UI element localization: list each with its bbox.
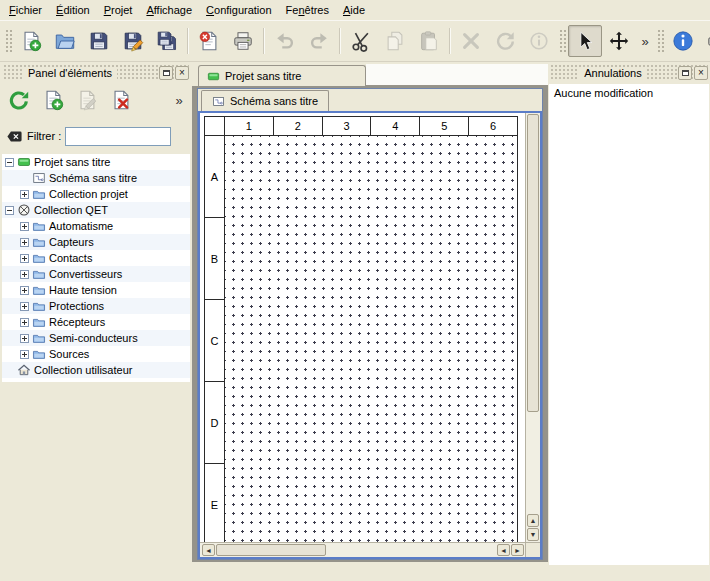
new-element-button[interactable]	[38, 85, 68, 115]
folder-icon	[32, 299, 46, 313]
horizontal-scrollbar-track[interactable]	[326, 544, 496, 556]
select-mode-button[interactable]	[568, 25, 602, 57]
menu-fichier[interactable]: Fichier	[2, 0, 49, 20]
expand-icon[interactable]	[20, 318, 29, 327]
folder-icon	[32, 331, 46, 345]
grid-area[interactable]	[225, 136, 517, 542]
tree-item-schema-sans-titre[interactable]: Schéma sans titre	[2, 170, 190, 186]
tree-item-automatisme[interactable]: Automatisme	[2, 218, 190, 234]
tree-item-semi-conducteurs[interactable]: Semi-conducteurs	[2, 330, 190, 346]
save-all-button[interactable]	[150, 25, 184, 57]
scroll-down-button[interactable]: ▼	[527, 528, 539, 541]
print-button[interactable]	[226, 25, 260, 57]
tree-item-capteurs[interactable]: Capteurs	[2, 234, 190, 250]
copy-icon	[384, 30, 406, 52]
project-tab[interactable]: Projet sans titre	[198, 65, 366, 86]
tree-item-collection-qet[interactable]: Collection QET	[2, 202, 190, 218]
tree-item-collection-utilisateur[interactable]: Collection utilisateur	[2, 362, 190, 378]
expand-icon[interactable]	[20, 238, 29, 247]
ruler-column-4: 4	[371, 117, 420, 135]
toolbar-grip[interactable]	[558, 28, 566, 54]
tree-item-contacts[interactable]: Contacts	[2, 250, 190, 266]
expand-icon[interactable]	[20, 190, 29, 199]
filter-input[interactable]	[65, 127, 171, 146]
undo-panel-titlebar[interactable]: Annulations ×	[550, 65, 708, 81]
toolbar-grip[interactable]	[4, 28, 12, 54]
expand-icon[interactable]	[20, 254, 29, 263]
expand-icon[interactable]	[20, 286, 29, 295]
x-delete-icon	[460, 30, 482, 52]
horizontal-scrollbar-thumb[interactable]	[216, 544, 326, 556]
floppy-edit-icon	[122, 30, 144, 52]
scroll-up-button[interactable]: ▲	[527, 514, 539, 527]
expand-icon[interactable]	[20, 222, 29, 231]
toolbar-separator	[187, 28, 189, 54]
menu-aide[interactable]: Aide	[336, 0, 372, 20]
close-panel-button[interactable]: ×	[175, 66, 189, 80]
clipped-edge-button[interactable]	[700, 25, 710, 57]
toolbar-grip[interactable]	[656, 28, 664, 54]
delete-button	[454, 25, 488, 57]
collapse-icon[interactable]	[5, 158, 14, 167]
diagram-canvas[interactable]: 123456 ABCDE	[200, 113, 525, 542]
folder-open-icon	[54, 30, 76, 52]
tree-item-convertisseurs[interactable]: Convertisseurs	[2, 266, 190, 282]
new-project-button[interactable]	[14, 25, 48, 57]
expand-icon[interactable]	[20, 350, 29, 359]
scroll-left-button[interactable]: ◄	[202, 544, 215, 556]
diagram-tab[interactable]: Schéma sans titre	[201, 90, 329, 111]
elements-panel-titlebar[interactable]: Panel d'éléments ×	[3, 65, 189, 81]
tree-item-recepteurs[interactable]: Récepteurs	[2, 314, 190, 330]
save-as-button[interactable]	[116, 25, 150, 57]
vertical-scrollbar[interactable]: ▲ ▼	[525, 113, 540, 542]
tree-item-sources[interactable]: Sources	[2, 346, 190, 362]
scroll-right-button[interactable]: ►	[511, 544, 524, 556]
vertical-scrollbar-track[interactable]	[527, 412, 539, 513]
ruler-column-5: 5	[420, 117, 469, 135]
menu-affichage[interactable]: Affichage	[139, 0, 199, 20]
menu-bar: FichierÉditionProjetAffichageConfigurati…	[0, 0, 710, 20]
pan-mode-button[interactable]	[602, 25, 636, 57]
close-undo-panel-button[interactable]: ×	[694, 66, 708, 80]
ruler-column-3: 3	[323, 117, 372, 135]
about-button[interactable]	[666, 25, 700, 57]
page-delete-icon	[110, 89, 132, 111]
tree-item-protections[interactable]: Protections	[2, 298, 190, 314]
tree-item-projet-sans-titre[interactable]: Projet sans titre	[2, 154, 190, 170]
clear-filter-button[interactable]	[6, 128, 23, 145]
open-project-button[interactable]	[48, 25, 82, 57]
delete-element-button[interactable]	[106, 85, 136, 115]
float-undo-panel-button[interactable]	[678, 66, 692, 80]
float-panel-button[interactable]	[159, 66, 173, 80]
horizontal-scrollbar[interactable]: ◄ ◄ ►	[200, 542, 525, 557]
tree-item-collection-projet[interactable]: Collection projet	[2, 186, 190, 202]
menu-projet[interactable]: Projet	[97, 0, 140, 20]
mdi-area: Schéma sans titre 123456 ABCDE	[192, 86, 548, 562]
tree-item-label: Collection utilisateur	[34, 364, 132, 376]
reload-collections-button[interactable]	[4, 85, 34, 115]
expand-icon[interactable]	[20, 302, 29, 311]
close-file-button[interactable]	[192, 25, 226, 57]
project-tabbar: Projet sans titre	[192, 64, 548, 86]
tree-item-haute-tension[interactable]: Haute tension	[2, 282, 190, 298]
undo-history-list[interactable]: Aucune modification	[549, 84, 709, 565]
collapse-icon[interactable]	[5, 206, 14, 215]
cut-button[interactable]	[344, 25, 378, 57]
toolbar-overflow-button[interactable]: »	[636, 26, 654, 56]
scroll-left-button-secondary[interactable]: ◄	[497, 544, 510, 556]
panel-overflow-button[interactable]: »	[170, 85, 188, 115]
expand-icon[interactable]	[20, 270, 29, 279]
page-new-icon	[42, 89, 64, 111]
tree-item-label: Collection projet	[49, 188, 128, 200]
vertical-scrollbar-thumb[interactable]	[527, 114, 539, 412]
expand-icon[interactable]	[20, 334, 29, 343]
conductor-info-button	[522, 25, 556, 57]
menu-configuration[interactable]: Configuration	[199, 0, 278, 20]
project-icon	[17, 155, 31, 169]
menu-fenetres[interactable]: Fenêtres	[279, 0, 336, 20]
ruler-corner	[205, 117, 225, 136]
rotate-button	[488, 25, 522, 57]
folder-icon	[32, 187, 46, 201]
save-button[interactable]	[82, 25, 116, 57]
menu-edition[interactable]: Édition	[49, 0, 97, 20]
